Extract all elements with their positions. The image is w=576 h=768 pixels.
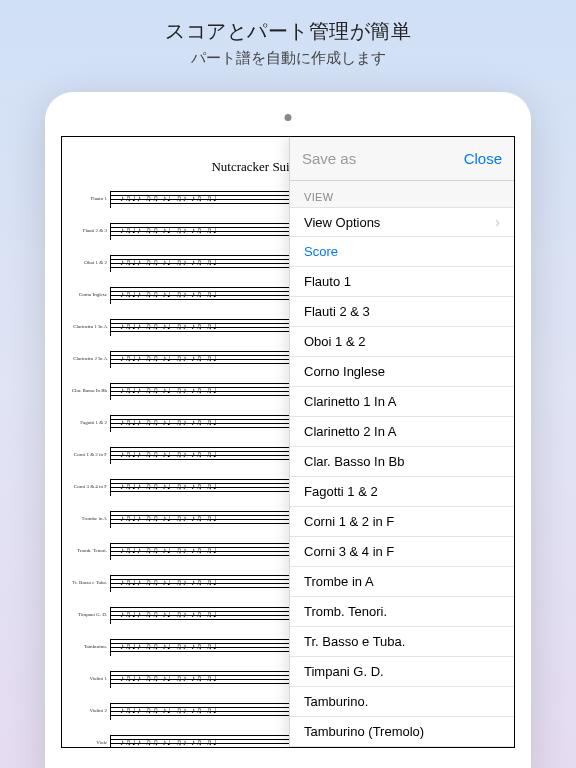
part-row-label: Score bbox=[304, 244, 338, 259]
view-options-label: View Options bbox=[304, 215, 380, 230]
staff-label: Oboi 1 & 2 bbox=[70, 260, 110, 265]
panel-body: VIEW View Options › ScoreFlauto 1Flauti … bbox=[290, 181, 514, 747]
part-row[interactable]: Tromb. Tenori. bbox=[290, 597, 514, 627]
panel-header-title: Save as bbox=[302, 150, 356, 167]
tablet-frame: Nutcracker Suite - IV. Trepak Flauto 1♪♫… bbox=[45, 92, 531, 768]
staff-label: Trombe in A bbox=[70, 516, 110, 521]
staff-label: Violini 2 bbox=[70, 708, 110, 713]
part-row[interactable]: Fagotti 1 & 2 bbox=[290, 477, 514, 507]
staff-label: Clarinetto 2 In A bbox=[70, 356, 110, 361]
part-row-label: Fagotti 1 & 2 bbox=[304, 484, 378, 499]
view-options-row[interactable]: View Options › bbox=[290, 207, 514, 237]
staff-label: Timpani G. D. bbox=[70, 612, 110, 617]
staff-label: Tamburino. bbox=[70, 644, 110, 649]
staff-label: Flauto 1 bbox=[70, 196, 110, 201]
part-row[interactable]: Trombe in A bbox=[290, 567, 514, 597]
staff-label: Corni 3 & 4 in F bbox=[70, 484, 110, 489]
part-row-label: Trombe in A bbox=[304, 574, 374, 589]
part-row-label: Corni 3 & 4 in F bbox=[304, 544, 394, 559]
staff-label: Clarinetto 1 In A bbox=[70, 324, 110, 329]
part-row-label: Tamburino. bbox=[304, 694, 368, 709]
staff-label: Fagotti 1 & 2 bbox=[70, 420, 110, 425]
part-row[interactable]: Flauto 1 bbox=[290, 267, 514, 297]
tablet-screen: Nutcracker Suite - IV. Trepak Flauto 1♪♫… bbox=[61, 136, 515, 748]
part-row-label: Clarinetto 2 In A bbox=[304, 424, 397, 439]
part-row-label: Corni 1 & 2 in F bbox=[304, 514, 394, 529]
part-row[interactable]: Clar. Basso In Bb bbox=[290, 447, 514, 477]
part-row-label: Corno Inglese bbox=[304, 364, 385, 379]
part-row[interactable]: Tr. Basso e Tuba. bbox=[290, 627, 514, 657]
part-row-label: Tromb. Tenori. bbox=[304, 604, 387, 619]
section-header-view: VIEW bbox=[290, 181, 514, 207]
chevron-right-icon: › bbox=[495, 214, 500, 230]
hero-subtitle: パート譜を自動に作成します bbox=[0, 49, 576, 68]
staff-label: Tr. Basso e Tuba. bbox=[70, 580, 110, 585]
panel-header: Save as Close bbox=[290, 137, 514, 181]
staff-label: Corno Inglese bbox=[70, 292, 110, 297]
staff-label: Flauti 2 & 3 bbox=[70, 228, 110, 233]
parts-panel: Save as Close VIEW View Options › ScoreF… bbox=[289, 137, 514, 747]
part-row[interactable]: Flauti 2 & 3 bbox=[290, 297, 514, 327]
hero-title: スコアとパート管理が簡単 bbox=[0, 18, 576, 45]
part-row[interactable]: Tamburino. bbox=[290, 687, 514, 717]
part-row-label: Timpani G. D. bbox=[304, 664, 384, 679]
part-row-label: Flauti 2 & 3 bbox=[304, 304, 370, 319]
close-button[interactable]: Close bbox=[464, 150, 502, 167]
part-row-label: Oboi 1 & 2 bbox=[304, 334, 365, 349]
part-row[interactable]: Corno Inglese bbox=[290, 357, 514, 387]
part-row[interactable]: Clarinetto 2 In A bbox=[290, 417, 514, 447]
hero: スコアとパート管理が簡単 パート譜を自動に作成します bbox=[0, 0, 576, 68]
part-row-label: Tr. Basso e Tuba. bbox=[304, 634, 405, 649]
part-row[interactable]: Score bbox=[290, 237, 514, 267]
staff-label: Violini 1 bbox=[70, 676, 110, 681]
part-row-label: Clarinetto 1 In A bbox=[304, 394, 397, 409]
part-row[interactable]: Corni 1 & 2 in F bbox=[290, 507, 514, 537]
part-row-label: Flauto 1 bbox=[304, 274, 351, 289]
staff-label: Clar. Basso In Bb bbox=[70, 388, 110, 393]
part-row[interactable]: Clarinetto 1 In A bbox=[290, 387, 514, 417]
part-row[interactable]: Oboi 1 & 2 bbox=[290, 327, 514, 357]
part-row[interactable]: Corni 3 & 4 in F bbox=[290, 537, 514, 567]
part-row[interactable]: Tamburino (Tremolo) bbox=[290, 717, 514, 747]
staff-label: Corni 1 & 2 in F bbox=[70, 452, 110, 457]
part-row-label: Tamburino (Tremolo) bbox=[304, 724, 424, 739]
part-row-label: Clar. Basso In Bb bbox=[304, 454, 404, 469]
part-row[interactable]: Timpani G. D. bbox=[290, 657, 514, 687]
staff-label: Tromb. Tenori. bbox=[70, 548, 110, 553]
staff-label: Viole bbox=[70, 740, 110, 745]
